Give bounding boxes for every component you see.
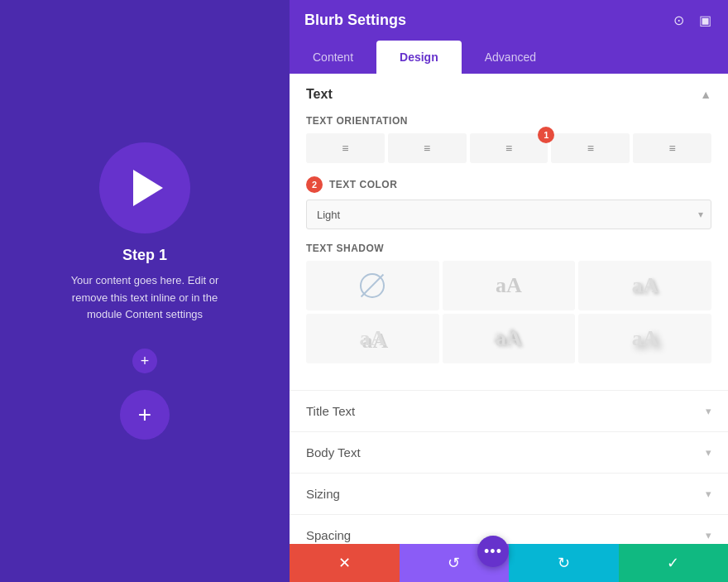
tabs-bar: Content Design Advanced (290, 41, 728, 74)
sync-icon[interactable]: ⊙ (670, 12, 687, 29)
settings-footer: ✕ ↺ ↻ ✓ (290, 544, 728, 582)
align-justify-icon: ≡ (587, 142, 594, 155)
color-select-wrapper: Light Dark ▾ (306, 200, 711, 229)
orient-btn-2[interactable]: ≡ (388, 133, 467, 163)
step-description: Your content goes here. Edit or remove t… (62, 272, 228, 324)
play-icon (133, 170, 163, 206)
cancel-icon: ✕ (338, 554, 351, 572)
orientation-label: Text Orientation (306, 115, 711, 127)
dots-icon: ••• (484, 543, 502, 560)
floating-dots-button[interactable]: ••• (477, 536, 509, 567)
text-section-header: Text ▲ (306, 87, 711, 102)
settings-body: Text ▲ Text Orientation ≡ ≡ ≡ 1 ≡ (290, 74, 728, 544)
right-panel: Blurb Settings ⊙ ▣ Content Design Advanc… (290, 0, 728, 582)
shadow-2[interactable]: aA (578, 261, 711, 310)
spacing-chevron: ▾ (706, 529, 711, 541)
tab-advanced[interactable]: Advanced (462, 41, 559, 74)
align-full-icon: ≡ (669, 142, 676, 155)
shadow-text-5: aA (632, 326, 659, 351)
color-label-wrapper: 2 Text Color (306, 176, 711, 193)
header-icons: ⊙ ▣ (670, 12, 713, 29)
orient-btn-1[interactable]: ≡ (306, 133, 385, 163)
body-text-chevron: ▾ (706, 446, 711, 459)
save-button[interactable]: ✓ (619, 544, 729, 582)
shadow-none[interactable] (306, 261, 439, 310)
align-center-icon: ≡ (424, 142, 430, 155)
orientation-buttons: ≡ ≡ ≡ 1 ≡ ≡ (306, 133, 711, 163)
body-text-label: Body Text (306, 445, 361, 459)
add-small-button[interactable]: + (132, 349, 157, 373)
redo-icon: ↻ (558, 554, 570, 572)
cancel-button[interactable]: ✕ (290, 544, 400, 582)
settings-title: Blurb Settings (304, 12, 406, 29)
left-panel: Step 1 Your content goes here. Edit or r… (0, 0, 290, 582)
badge-2: 2 (306, 176, 323, 193)
tab-design[interactable]: Design (376, 41, 462, 74)
orient-btn-3[interactable]: ≡ 1 (470, 133, 548, 163)
spacing-label: Spacing (306, 528, 351, 542)
shadow-3[interactable]: aA (306, 314, 439, 363)
shadow-text-4: aA (496, 326, 522, 351)
text-section-title: Text (306, 87, 333, 102)
collapse-text-icon[interactable]: ▲ (700, 88, 711, 101)
save-icon: ✓ (667, 554, 679, 572)
title-text-label: Title Text (306, 404, 355, 418)
shadow-5[interactable]: aA (578, 314, 711, 363)
redo-button[interactable]: ↻ (509, 544, 619, 582)
shadow-text-2: aA (632, 273, 659, 298)
sizing-chevron: ▾ (706, 488, 711, 500)
shadow-text-1: aA (496, 273, 522, 298)
text-section: Text ▲ Text Orientation ≡ ≡ ≡ 1 ≡ (290, 74, 728, 390)
undo-icon: ↺ (448, 554, 460, 572)
shadow-4[interactable]: aA (443, 314, 576, 363)
step-circle (99, 142, 190, 233)
shadow-1[interactable]: aA (443, 261, 576, 310)
color-select[interactable]: Light Dark (306, 200, 711, 229)
shadow-label: Text Shadow (306, 243, 711, 254)
add-large-button[interactable]: + (120, 390, 170, 440)
shadow-grid: aA aA aA aA aA (306, 261, 711, 363)
no-shadow-icon (360, 273, 385, 298)
collapse-title-text[interactable]: Title Text ▾ (290, 390, 728, 431)
collapse-body-text[interactable]: Body Text ▾ (290, 431, 728, 473)
shadow-text-3: aA (359, 326, 386, 351)
title-text-chevron: ▾ (706, 405, 711, 417)
collapse-sizing[interactable]: Sizing ▾ (290, 473, 728, 514)
sizing-label: Sizing (306, 487, 340, 501)
align-right-icon: ≡ (505, 142, 512, 155)
color-label: Text Color (329, 179, 397, 190)
step-label: Step 1 (122, 247, 167, 264)
orient-btn-5[interactable]: ≡ (633, 133, 711, 163)
layout-icon[interactable]: ▣ (697, 12, 713, 29)
collapse-spacing[interactable]: Spacing ▾ (290, 514, 728, 544)
align-left-icon: ≡ (342, 142, 348, 155)
settings-header: Blurb Settings ⊙ ▣ (290, 0, 728, 41)
tab-content[interactable]: Content (290, 41, 376, 74)
orient-btn-4[interactable]: ≡ (551, 133, 630, 163)
